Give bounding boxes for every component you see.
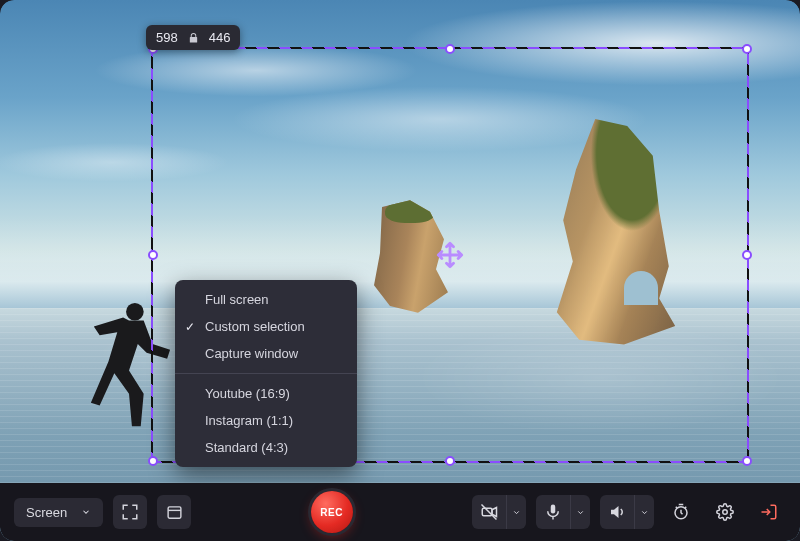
selection-size-badge: 598 446 <box>146 25 240 50</box>
settings-button[interactable] <box>708 495 742 529</box>
source-dropdown[interactable]: Screen <box>14 498 103 527</box>
record-button-label: REC <box>320 507 343 518</box>
resize-handle-n[interactable] <box>445 44 455 54</box>
selection-height-value: 446 <box>209 30 231 45</box>
resize-handle-sw[interactable] <box>148 456 158 466</box>
check-icon: ✓ <box>185 320 195 334</box>
exit-icon <box>760 503 778 521</box>
capture-area-menu: Full screen ✓ Custom selection Capture w… <box>175 280 357 467</box>
svg-point-0 <box>126 303 144 321</box>
svg-point-7 <box>723 510 728 515</box>
menu-item-preset-youtube[interactable]: Youtube (16:9) <box>175 380 357 407</box>
source-dropdown-label: Screen <box>26 505 67 520</box>
fullscreen-button[interactable] <box>113 495 147 529</box>
menu-separator <box>175 373 357 374</box>
window-icon <box>166 504 183 521</box>
webcam-off-icon <box>480 503 498 521</box>
menu-item-label: Full screen <box>205 292 269 307</box>
timer-button[interactable] <box>664 495 698 529</box>
recorder-toolbar: Screen REC <box>0 483 800 541</box>
exit-button[interactable] <box>752 495 786 529</box>
webcam-toggle[interactable] <box>472 495 526 529</box>
resize-handle-w[interactable] <box>148 250 158 260</box>
settings-icon <box>716 503 734 521</box>
timer-icon <box>672 503 690 521</box>
menu-item-preset-instagram[interactable]: Instagram (1:1) <box>175 407 357 434</box>
menu-item-full-screen[interactable]: Full screen <box>175 286 357 313</box>
speaker-icon <box>608 503 626 521</box>
move-icon[interactable] <box>436 241 464 269</box>
lock-icon[interactable] <box>188 32 199 44</box>
menu-item-preset-standard[interactable]: Standard (4:3) <box>175 434 357 461</box>
menu-item-label: Youtube (16:9) <box>205 386 290 401</box>
svg-line-5 <box>482 505 497 520</box>
menu-item-label: Custom selection <box>205 319 305 334</box>
microphone-options-caret[interactable] <box>570 495 590 529</box>
svg-rect-1 <box>168 506 181 517</box>
chevron-down-icon <box>81 507 91 517</box>
menu-item-capture-window[interactable]: Capture window <box>175 340 357 367</box>
resize-handle-se[interactable] <box>742 456 752 466</box>
resize-handle-s[interactable] <box>445 456 455 466</box>
resize-handle-e[interactable] <box>742 250 752 260</box>
system-audio-toggle[interactable] <box>600 495 654 529</box>
menu-item-label: Capture window <box>205 346 298 361</box>
fullscreen-icon <box>121 503 139 521</box>
menu-item-custom-selection[interactable]: ✓ Custom selection <box>175 313 357 340</box>
webcam-options-caret[interactable] <box>506 495 526 529</box>
resize-handle-ne[interactable] <box>742 44 752 54</box>
menu-item-label: Instagram (1:1) <box>205 413 293 428</box>
record-button[interactable]: REC <box>311 491 353 533</box>
select-window-button[interactable] <box>157 495 191 529</box>
system-audio-options-caret[interactable] <box>634 495 654 529</box>
microphone-toggle[interactable] <box>536 495 590 529</box>
menu-item-label: Standard (4:3) <box>205 440 288 455</box>
mic-on-icon <box>544 503 562 521</box>
selection-width-value: 598 <box>156 30 178 45</box>
